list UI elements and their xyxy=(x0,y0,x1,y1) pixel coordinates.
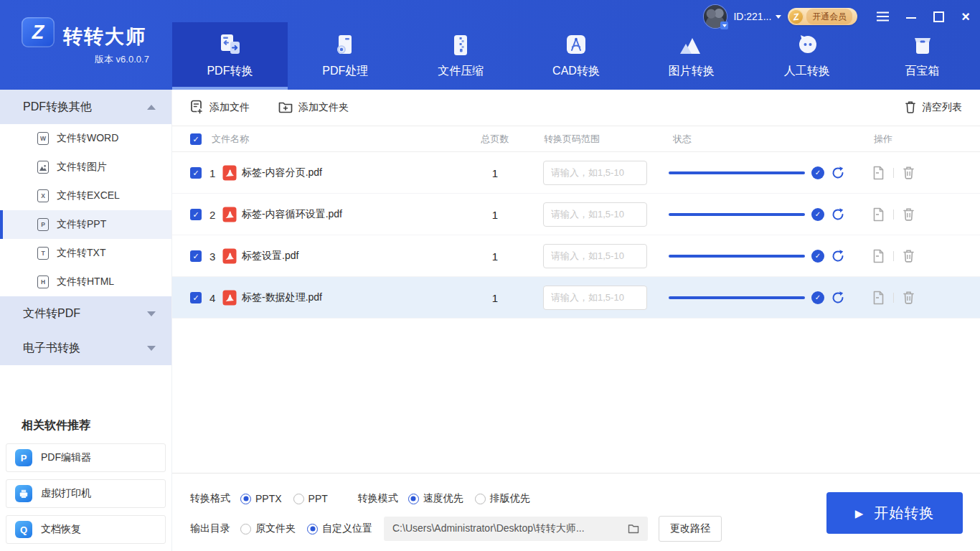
delete-row-icon[interactable] xyxy=(903,249,915,263)
divider xyxy=(893,293,894,303)
reconvert-icon[interactable] xyxy=(831,207,845,222)
sidebar-section-file-to-pdf[interactable]: 文件转PDF xyxy=(0,296,171,331)
section-label: 文件转PDF xyxy=(23,306,80,321)
nav-tab-file-compress[interactable]: 文件压缩 xyxy=(403,22,519,90)
page-range-input[interactable] xyxy=(543,244,647,268)
open-file-icon[interactable] xyxy=(872,166,885,180)
file-table: ✓ 1 标签-内容分页.pdf 1 ✓ ✓ 2 标签-内容循环设置.pdf 1 … xyxy=(172,152,980,319)
row-checkbox[interactable]: ✓ xyxy=(190,292,202,303)
page-range-input[interactable] xyxy=(543,202,647,227)
table-row[interactable]: ✓ 2 标签-内容循环设置.pdf 1 ✓ xyxy=(172,194,980,235)
table-row[interactable]: ✓ 4 标签-数据处理.pdf 1 ✓ xyxy=(172,277,980,319)
table-row[interactable]: ✓ 1 标签-内容分页.pdf 1 ✓ xyxy=(172,152,980,194)
status-cell: ✓ xyxy=(669,291,845,305)
folder-icon[interactable] xyxy=(628,524,639,534)
sidebar-item-t[interactable]: T 文件转TXT xyxy=(0,239,171,268)
add-file-icon xyxy=(190,100,204,116)
complete-check-icon: ✓ xyxy=(811,250,824,263)
add-file-button[interactable]: 添加文件 xyxy=(190,100,250,116)
delete-row-icon[interactable] xyxy=(903,291,915,304)
app-version: 版本 v6.0.0.7 xyxy=(95,53,149,66)
format-options: PPTX PPT xyxy=(240,493,339,504)
chevron-down-icon xyxy=(776,15,781,19)
row-checkbox[interactable]: ✓ xyxy=(190,250,202,262)
recommend-title: 相关软件推荐 xyxy=(22,418,171,433)
radio-mode-1[interactable]: 排版优先 xyxy=(475,492,530,505)
start-convert-button[interactable]: ▶ 开始转换 xyxy=(826,492,963,534)
delete-row-icon[interactable] xyxy=(903,166,915,179)
sidebar-item-x[interactable]: X 文件转EXCEL xyxy=(0,182,171,210)
vip-badge[interactable]: Z 开通会员 xyxy=(788,8,857,25)
row-checkbox[interactable]: ✓ xyxy=(190,167,202,179)
select-all-checkbox[interactable]: ✓ xyxy=(190,133,202,145)
recommend-app-pdf-editor[interactable]: P PDF编辑器 xyxy=(6,443,166,472)
radio-label: 速度优先 xyxy=(423,492,463,505)
nav-tab-cad-convert[interactable]: CAD转换 xyxy=(519,22,634,90)
app-label: PDF编辑器 xyxy=(41,451,91,464)
table-row[interactable]: ✓ 3 标签设置.pdf 1 ✓ xyxy=(172,235,980,277)
recommend-app-doc-restore[interactable]: Q 文档恢复 xyxy=(6,515,166,544)
delete-row-icon[interactable] xyxy=(903,207,915,221)
nav-tab-pdf-process[interactable]: PDF处理 xyxy=(288,22,403,90)
page-count: 1 xyxy=(481,166,509,179)
vip-badge-label: 开通会员 xyxy=(806,9,852,24)
range-cell xyxy=(543,202,647,227)
main-nav: PDF转换 PDF处理 文件压缩 CAD转换 图片转换 人工转换 百宝箱 xyxy=(172,22,980,90)
output-path-field[interactable]: C:\Users\Administrator\Desktop\转转大师... xyxy=(384,517,648,541)
toolbox-icon xyxy=(908,28,937,61)
image-file-icon xyxy=(37,161,49,174)
nav-tab-manual-convert[interactable]: 人工转换 xyxy=(749,22,864,90)
user-id[interactable]: ID:221... xyxy=(733,11,781,22)
nav-tab-pdf-convert[interactable]: PDF转换 xyxy=(172,22,288,90)
page-range-input[interactable] xyxy=(543,161,647,185)
close-icon[interactable]: × xyxy=(961,11,970,22)
user-avatar[interactable] xyxy=(704,5,727,28)
nav-tab-toolbox[interactable]: 百宝箱 xyxy=(864,22,980,90)
recommend-app-virtual-printer[interactable]: 虚拟打印机 xyxy=(6,479,166,508)
pdf-process-icon xyxy=(331,28,359,61)
page-range-input[interactable] xyxy=(543,286,647,310)
progress-bar xyxy=(669,213,805,216)
minimize-icon[interactable] xyxy=(906,11,916,22)
ops-cell xyxy=(872,291,915,305)
image-convert-icon xyxy=(677,28,707,61)
status-cell: ✓ xyxy=(669,207,845,222)
avatar-dropdown-icon xyxy=(720,22,728,29)
sidebar-item-label: 文件转EXCEL xyxy=(57,189,120,202)
radio-format-0[interactable]: PPTX xyxy=(240,493,282,504)
col-ops: 操作 xyxy=(874,133,892,146)
w-file-icon: W xyxy=(37,132,49,145)
open-file-icon[interactable] xyxy=(872,249,885,263)
radio-output-0[interactable]: 原文件夹 xyxy=(240,522,296,535)
add-folder-button[interactable]: 添加文件夹 xyxy=(278,100,349,116)
reconvert-icon[interactable] xyxy=(831,291,845,305)
change-path-button[interactable]: 更改路径 xyxy=(659,516,722,542)
sidebar-item-h[interactable]: H 文件转HTML xyxy=(0,268,171,296)
radio-output-1[interactable]: 自定义位置 xyxy=(307,522,372,535)
sidebar-item-p[interactable]: P 文件转PPT xyxy=(0,210,171,239)
sidebar-section-ebook-convert[interactable]: 电子书转换 xyxy=(0,331,171,365)
radio-format-1[interactable]: PPT xyxy=(293,493,328,504)
reconvert-icon[interactable] xyxy=(831,249,845,263)
user-id-text: ID:221... xyxy=(733,11,771,22)
tab-label: 百宝箱 xyxy=(905,64,940,79)
clear-list-button[interactable]: 清空列表 xyxy=(905,100,962,116)
nav-tab-image-convert[interactable]: 图片转换 xyxy=(633,22,749,90)
pdf-file-icon xyxy=(222,248,237,264)
menu-icon[interactable] xyxy=(877,11,889,22)
sidebar-item-w[interactable]: W 文件转WORD xyxy=(0,124,171,153)
topbar: Z 转转大师 版本 v6.0.0.7 PDF转换 PDF处理 文件压缩 CAD转… xyxy=(0,0,980,90)
sidebar-section-pdf-convert-other[interactable]: PDF转换其他 xyxy=(0,90,171,124)
row-checkbox[interactable]: ✓ xyxy=(190,209,202,220)
maximize-icon[interactable] xyxy=(933,11,944,22)
sidebar-item-image[interactable]: 文件转图片 xyxy=(0,153,171,182)
reconvert-icon[interactable] xyxy=(831,166,845,180)
radio-icon xyxy=(408,494,419,504)
clear-list-trash-icon xyxy=(905,100,916,116)
radio-icon xyxy=(307,524,318,534)
open-file-icon[interactable] xyxy=(872,291,885,305)
x-file-icon: X xyxy=(37,189,49,202)
radio-mode-0[interactable]: 速度优先 xyxy=(408,492,463,505)
open-file-icon[interactable] xyxy=(872,207,885,222)
section-label: 电子书转换 xyxy=(23,341,80,356)
